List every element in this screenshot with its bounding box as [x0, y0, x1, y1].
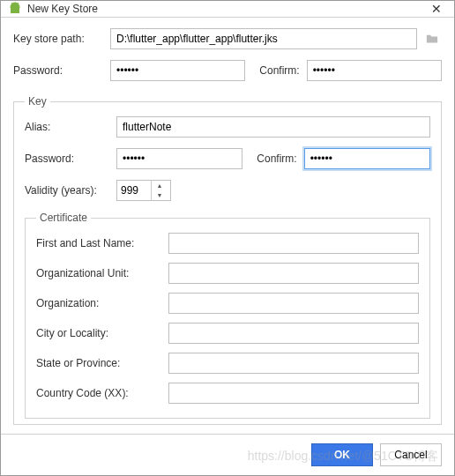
titlebar: New Key Store ✕	[1, 1, 454, 18]
key-password-row: Password: Confirm:	[25, 148, 430, 169]
dialog-content: Key store path: Password: Confirm: Key A…	[1, 18, 454, 434]
validity-label: Validity (years):	[25, 184, 116, 197]
alias-input[interactable]	[116, 116, 430, 138]
key-confirm-input[interactable]	[304, 148, 430, 169]
org-input[interactable]	[168, 293, 419, 314]
alias-label: Alias:	[25, 121, 116, 133]
first-last-row: First and Last Name:	[36, 233, 419, 254]
spinner-down-icon[interactable]: ▼	[152, 190, 168, 200]
ou-input[interactable]	[168, 263, 419, 284]
spinner-buttons: ▲ ▼	[151, 181, 168, 200]
first-last-label: First and Last Name:	[36, 237, 168, 249]
city-input[interactable]	[168, 323, 419, 344]
cancel-button[interactable]: Cancel	[380, 443, 442, 466]
org-label: Organization:	[36, 297, 168, 309]
dialog-footer: OK Cancel	[1, 434, 454, 475]
spinner-up-icon[interactable]: ▲	[152, 181, 168, 190]
svg-rect-0	[11, 8, 19, 13]
keystore-password-label: Password:	[13, 64, 110, 77]
state-label: State or Province:	[36, 357, 168, 369]
browse-folder-button[interactable]	[422, 29, 442, 48]
folder-icon	[426, 33, 438, 45]
validity-input[interactable]	[117, 181, 151, 200]
ok-button[interactable]: OK	[311, 443, 373, 466]
alias-row: Alias:	[25, 116, 430, 138]
key-legend: Key	[25, 95, 50, 108]
org-row: Organization:	[36, 293, 419, 314]
state-input[interactable]	[168, 353, 419, 374]
first-last-input[interactable]	[168, 233, 419, 254]
keystore-password-row: Password: Confirm:	[13, 60, 442, 81]
country-input[interactable]	[168, 383, 419, 404]
window-title: New Key Store	[27, 3, 426, 15]
ou-label: Organizational Unit:	[36, 267, 168, 279]
key-fieldset: Key Alias: Password: Confirm: Validity (…	[13, 95, 442, 425]
validity-row: Validity (years): ▲ ▼	[25, 180, 430, 201]
keystore-path-input[interactable]	[110, 28, 417, 49]
keystore-password-input[interactable]	[110, 60, 245, 81]
keystore-confirm-label: Confirm:	[259, 64, 299, 77]
keystore-confirm-input[interactable]	[307, 60, 442, 81]
key-password-input[interactable]	[116, 148, 242, 169]
key-password-label: Password:	[25, 152, 116, 165]
key-confirm-label: Confirm:	[257, 152, 296, 165]
city-label: City or Locality:	[36, 327, 168, 339]
close-icon[interactable]: ✕	[426, 2, 447, 16]
country-label: Country Code (XX):	[36, 387, 168, 399]
validity-spinner[interactable]: ▲ ▼	[116, 180, 171, 201]
keystore-path-label: Key store path:	[13, 33, 110, 45]
certificate-legend: Certificate	[36, 212, 91, 224]
ou-row: Organizational Unit:	[36, 263, 419, 284]
android-logo-icon	[8, 2, 22, 16]
city-row: City or Locality:	[36, 323, 419, 344]
country-row: Country Code (XX):	[36, 383, 419, 404]
keystore-path-row: Key store path:	[13, 28, 442, 49]
state-row: State or Province:	[36, 353, 419, 374]
certificate-fieldset: Certificate First and Last Name: Organiz…	[25, 212, 430, 419]
